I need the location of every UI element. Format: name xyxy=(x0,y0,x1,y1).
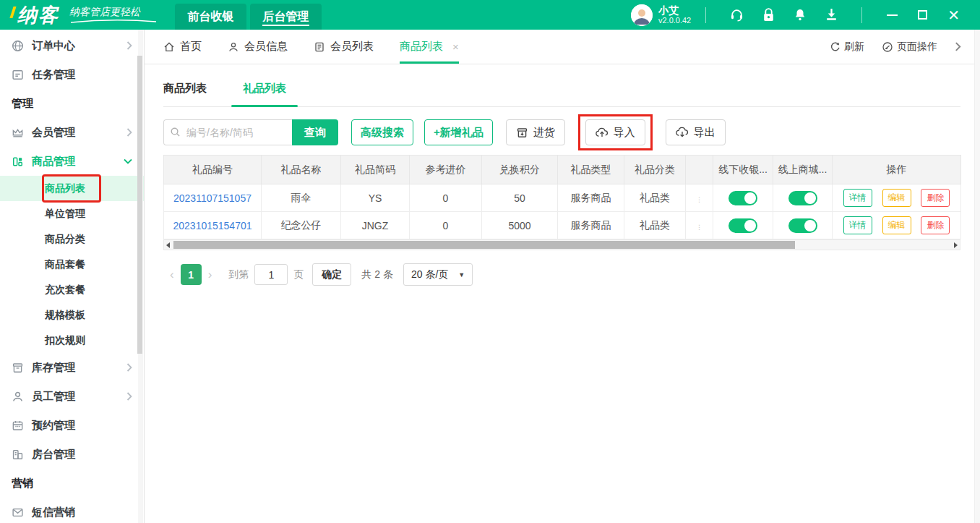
sidebar-scrollbar-thumb[interactable] xyxy=(137,56,142,354)
chevron-right-icon xyxy=(126,41,132,50)
sidebar-item-goods-management[interactable]: 商品管理 xyxy=(0,147,144,176)
user-name: 小艾 xyxy=(658,5,691,16)
sidebar-item-goods-package[interactable]: 商品套餐 xyxy=(0,252,144,277)
sidebar-item-deduction-rule[interactable]: 扣次规则 xyxy=(0,328,144,353)
sidebar-item-unit-management[interactable]: 单位管理 xyxy=(0,201,144,226)
sidebar-item-label: 扣次规则 xyxy=(45,334,85,347)
search-input[interactable] xyxy=(163,119,292,145)
sidebar-item-goods-list[interactable]: 商品列表 xyxy=(0,176,144,201)
slogan-underline xyxy=(69,19,158,24)
tab-backend-admin[interactable]: 后台管理 xyxy=(250,4,322,30)
sidebar-item-label: 单位管理 xyxy=(45,208,85,221)
refresh-label: 刷新 xyxy=(844,41,864,54)
sidebar-section-marketing: 营销 xyxy=(0,469,144,498)
delete-button[interactable]: 删除 xyxy=(921,189,950,207)
next-page-button[interactable]: › xyxy=(202,268,219,282)
sidebar-item-goods-category[interactable]: 商品分类 xyxy=(0,226,144,252)
avatar[interactable] xyxy=(631,4,653,26)
crumb-tab-member-list[interactable]: 会员列表 xyxy=(314,30,374,64)
sidebar-item-appointment-management[interactable]: 预约管理 xyxy=(0,411,144,440)
gift-type-cell: 服务商品 xyxy=(558,212,624,239)
delete-button[interactable]: 删除 xyxy=(921,216,950,234)
sidebar-item-label: 充次套餐 xyxy=(45,284,85,297)
window-close-button[interactable]: ✕ xyxy=(947,8,960,22)
col-online-mall: 线上商城... xyxy=(773,156,833,184)
breadcrumb-actions: 刷新 页面操作 xyxy=(830,41,961,54)
crumb-tab-goods-list[interactable]: 商品列表 × xyxy=(400,30,459,64)
sidebar-item-task-management[interactable]: 任务管理 xyxy=(0,60,144,89)
goto-suffix-label: 页 xyxy=(293,268,304,281)
current-page-button[interactable]: 1 xyxy=(181,264,202,285)
support-headset-icon[interactable] xyxy=(729,7,744,22)
sidebar-item-spec-template[interactable]: 规格模板 xyxy=(0,302,144,328)
search-icon xyxy=(170,127,181,137)
col-gift-code: 礼品简码 xyxy=(341,156,410,184)
export-button[interactable]: 导出 xyxy=(666,119,726,145)
scroll-right-arrow[interactable] xyxy=(954,242,958,248)
import-button[interactable]: 导入 xyxy=(585,119,645,145)
online-mall-toggle[interactable] xyxy=(788,191,817,205)
page-vertical-scrollbar[interactable] xyxy=(974,30,980,523)
chevron-right-icon xyxy=(126,363,132,372)
app-logo: 纳客 xyxy=(12,2,59,28)
page-operations-icon xyxy=(882,41,893,53)
window-maximize-button[interactable] xyxy=(918,10,927,20)
offline-cashier-toggle[interactable] xyxy=(728,218,757,233)
advanced-search-button[interactable]: 高级搜索 xyxy=(351,119,413,145)
refresh-button[interactable]: 刷新 xyxy=(830,41,864,54)
import-label: 导入 xyxy=(614,126,635,140)
gift-id-link[interactable]: 20231015154701 xyxy=(173,220,252,231)
edit-button[interactable]: 编辑 xyxy=(882,216,911,234)
goto-page-input[interactable] xyxy=(254,264,288,285)
sidebar-item-staff-management[interactable]: 员工管理 xyxy=(0,382,144,411)
crumb-tab-label: 会员列表 xyxy=(330,40,374,54)
sidebar-item-recharge-package[interactable]: 充次套餐 xyxy=(0,277,144,302)
download-icon[interactable] xyxy=(825,7,838,22)
offline-cashier-toggle[interactable] xyxy=(728,191,757,205)
crumb-tab-home[interactable]: 首页 xyxy=(163,30,202,64)
chevron-right-icon[interactable] xyxy=(955,42,961,51)
sidebar-item-inventory-management[interactable]: 库存管理 xyxy=(0,353,144,382)
table-row: 20231107151057 雨伞 YS 0 50 服务商品 礼品类 ⋮ 详情 … xyxy=(164,184,961,212)
crumb-tab-label: 商品列表 xyxy=(400,40,443,54)
edit-button[interactable]: 编辑 xyxy=(882,189,911,207)
refresh-icon xyxy=(830,41,841,52)
page-size-select[interactable]: 20 条/页 ▼ xyxy=(403,263,473,286)
cloud-upload-icon xyxy=(596,127,609,138)
user-block[interactable]: 小艾 v2.0.0.42 xyxy=(658,5,691,25)
sidebar-item-label: 规格模板 xyxy=(45,309,85,322)
detail-button[interactable]: 详情 xyxy=(843,216,872,234)
col-points: 兑换积分 xyxy=(482,156,558,184)
bell-icon[interactable] xyxy=(793,7,807,22)
purchase-button[interactable]: 进货 xyxy=(506,119,565,145)
sidebar-item-order-center[interactable]: 订单中心 xyxy=(0,31,144,60)
lock-icon[interactable] xyxy=(762,7,775,22)
detail-button[interactable]: 详情 xyxy=(843,189,872,207)
home-icon xyxy=(163,41,175,53)
tab-goods-list[interactable]: 商品列表 xyxy=(163,77,207,106)
close-icon[interactable]: × xyxy=(452,41,459,53)
tab-gift-list[interactable]: 礼品列表 xyxy=(243,77,286,106)
ref-price-cell: 0 xyxy=(410,212,482,239)
prev-page-button[interactable]: ‹ xyxy=(163,268,181,282)
query-button[interactable]: 查询 xyxy=(292,119,338,145)
sidebar-scrollbar[interactable] xyxy=(138,30,143,523)
gift-table: 礼品编号 礼品名称 礼品简码 参考进价 兑换积分 礼品类型 礼品分类 线下收银.… xyxy=(163,155,961,239)
sidebar-item-sms-marketing[interactable]: 短信营销 xyxy=(0,498,144,523)
tab-front-cashier[interactable]: 前台收银 xyxy=(175,4,246,30)
table-horizontal-scrollbar[interactable] xyxy=(163,239,960,250)
page-operations-button[interactable]: 页面操作 xyxy=(882,41,937,54)
scroll-left-arrow[interactable] xyxy=(166,242,170,248)
scrollbar-thumb[interactable] xyxy=(173,241,795,249)
window-minimize-button[interactable] xyxy=(887,14,898,16)
chevron-right-icon xyxy=(126,392,132,401)
purchase-label: 进货 xyxy=(533,126,555,140)
crumb-tab-member-info[interactable]: 会员信息 xyxy=(228,30,288,64)
confirm-button[interactable]: 确定 xyxy=(312,263,351,286)
sidebar-item-member-management[interactable]: 会员管理 xyxy=(0,118,144,147)
main-area: 首页 会员信息 会员列表 商品列表 × 刷新 页面 xyxy=(145,30,980,523)
add-gift-button[interactable]: +新增礼品 xyxy=(424,119,493,145)
online-mall-toggle[interactable] xyxy=(788,218,817,233)
gift-id-link[interactable]: 20231107151057 xyxy=(173,192,252,204)
sidebar-item-room-management[interactable]: 房台管理 xyxy=(0,440,144,469)
